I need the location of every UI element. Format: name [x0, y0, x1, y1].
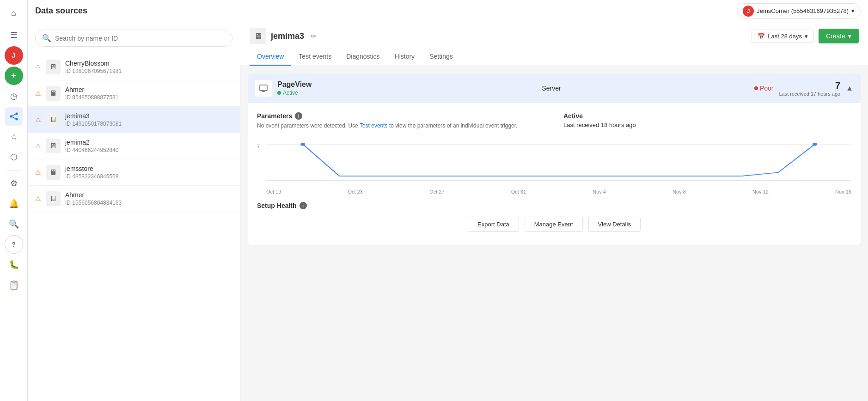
event-card-body: Parameters i No event parameters were de…	[248, 103, 861, 245]
warning-icon: ⚠	[35, 63, 41, 71]
search-container: 🔍	[28, 22, 240, 54]
event-last-received: Last received 17 hours ago	[779, 91, 840, 97]
list-item[interactable]: ⚠ 🖥 jemima2 ID 440466244952840	[28, 133, 240, 159]
date-range-button[interactable]: 📅 Last 28 days ▾	[752, 30, 814, 43]
clock-nav-item[interactable]: ◷	[5, 87, 23, 105]
tab-overview[interactable]: Overview	[250, 48, 291, 66]
warning-icon: ⚠	[35, 142, 41, 150]
svg-point-0	[10, 115, 12, 118]
tab-test-events[interactable]: Test events	[291, 48, 339, 66]
sidebar-panel: 🔍 ⚠ 🖥 CherryBlossom ID 1880067095671981 …	[28, 22, 240, 401]
list-item[interactable]: ⚠ 🖥 Ahmer ID 854850898877581	[28, 80, 240, 107]
params-info-icon[interactable]: i	[295, 112, 302, 120]
event-quality: Poor	[754, 85, 774, 92]
tab-settings[interactable]: Settings	[422, 48, 460, 66]
svg-line-3	[12, 114, 16, 116]
edit-icon[interactable]: ✏	[311, 32, 317, 41]
manage-event-button[interactable]: Manage Event	[525, 217, 583, 232]
params-column: Parameters i No event parameters were de…	[257, 112, 545, 130]
source-info: jemima2 ID 440466244952840	[65, 139, 232, 153]
calendar-icon: 📅	[758, 33, 765, 40]
add-nav-item[interactable]: +	[5, 67, 23, 85]
source-info: Ahmer ID 1556056804834163	[65, 191, 232, 206]
bug-nav-item[interactable]: 🐛	[5, 255, 23, 274]
source-name: jemima3	[65, 112, 232, 120]
svg-point-2	[15, 118, 18, 121]
create-button[interactable]: Create ▾	[819, 29, 859, 43]
svg-point-10	[813, 143, 817, 146]
setup-health-info-icon[interactable]: i	[300, 202, 307, 209]
source-info: jemima3 ID 1491050178073081	[65, 112, 232, 127]
search-input-wrap[interactable]: 🔍	[35, 30, 232, 47]
status-dot	[277, 91, 281, 95]
warning-icon: ⚠	[35, 90, 41, 97]
chart-x-label: Nov 12	[752, 189, 769, 194]
chevron-down-icon: ▾	[848, 32, 851, 40]
search-nav-item[interactable]: 🔍	[5, 215, 23, 233]
warning-icon: ⚠	[35, 116, 41, 123]
detail-header: 🖥 jemima3 ✏ 📅 Last 28 days ▾ Create ▾	[240, 22, 868, 66]
report-nav-item[interactable]: 📋	[5, 276, 23, 294]
event-card: PageView Active Server Poor 7	[248, 73, 861, 245]
chart-x-label: Nov 16	[835, 189, 851, 194]
chart-x-label: Oct 31	[511, 189, 526, 194]
active-column: Active Last received 18 hours ago	[563, 112, 851, 130]
list-item[interactable]: ⚠ 🖥 jemima3 ID 1491050178073081	[28, 107, 240, 133]
settings-nav-item[interactable]: ⚙	[5, 174, 23, 193]
source-type-icon: 🖥	[46, 112, 61, 127]
source-id: ID 1556056804834163	[65, 200, 232, 206]
quality-label: Poor	[760, 85, 774, 92]
event-card-header[interactable]: PageView Active Server Poor 7	[248, 73, 861, 103]
tab-diagnostics[interactable]: Diagnostics	[339, 48, 387, 66]
svg-rect-5	[260, 85, 267, 91]
account-name: JemsCorner (5554631697935278)	[757, 7, 849, 14]
star-nav-item[interactable]: ☆	[5, 128, 23, 146]
svg-line-4	[12, 117, 16, 119]
chevron-down-icon: ▾	[851, 7, 855, 14]
user-avatar-nav[interactable]: J	[5, 46, 23, 65]
list-item[interactable]: ⚠ 🖥 jemsstore ID 485832346845568	[28, 159, 240, 186]
chart-x-label: Oct 19	[266, 189, 281, 194]
active-value: Last received 18 hours ago	[563, 122, 851, 128]
account-badge[interactable]: J JemsCorner (5554631697935278) ▾	[737, 3, 861, 19]
event-count-number: 7	[779, 80, 840, 91]
source-type-icon: 🖥	[46, 139, 61, 153]
bell-nav-item[interactable]: 🔔	[5, 194, 23, 213]
list-item[interactable]: ⚠ 🖥 Ahmer ID 1556056804834163	[28, 186, 240, 212]
help-nav-item[interactable]: ?	[5, 235, 23, 254]
source-type-icon: 🖥	[46, 165, 61, 180]
source-name: jemsstore	[65, 165, 232, 172]
chart-x-label: Oct 23	[348, 189, 363, 194]
source-info: Ahmer ID 854850898877581	[65, 86, 232, 101]
source-name: Ahmer	[65, 86, 232, 93]
source-name: jemima2	[65, 139, 232, 146]
detail-title-left: 🖥 jemima3 ✏	[250, 28, 317, 44]
event-params-section: Parameters i No event parameters were de…	[257, 112, 851, 130]
collapse-icon[interactable]: ▲	[846, 84, 853, 92]
chart-x-label: Oct 27	[429, 189, 444, 194]
detail-source-icon: 🖥	[250, 28, 266, 44]
search-input[interactable]	[55, 35, 226, 42]
page-title: Data sources	[35, 6, 87, 16]
test-events-link[interactable]: Test events	[360, 122, 388, 129]
source-id: ID 854850898877581	[65, 94, 232, 101]
menu-nav-item[interactable]: ☰	[5, 26, 23, 44]
source-type-icon: 🖥	[46, 60, 61, 74]
action-buttons: Export Data Manage Event View Details	[257, 209, 851, 236]
chart-y-label: 7	[257, 144, 260, 149]
home-nav-item[interactable]: ⌂	[5, 4, 23, 22]
connections-nav-item[interactable]	[5, 107, 23, 126]
source-list: ⚠ 🖥 CherryBlossom ID 1880067095671981 ⚠ …	[28, 54, 240, 401]
detail-controls: 📅 Last 28 days ▾ Create ▾	[752, 29, 859, 43]
source-id: ID 1491050178073081	[65, 121, 232, 127]
list-item[interactable]: ⚠ 🖥 CherryBlossom ID 1880067095671981	[28, 54, 240, 80]
export-data-button[interactable]: Export Data	[468, 217, 519, 232]
view-details-button[interactable]: View Details	[588, 217, 641, 232]
svg-point-1	[15, 113, 18, 115]
source-id: ID 1880067095671981	[65, 68, 232, 74]
tab-history[interactable]: History	[387, 48, 422, 66]
body-layout: 🔍 ⚠ 🖥 CherryBlossom ID 1880067095671981 …	[28, 22, 868, 401]
svg-point-9	[300, 143, 305, 146]
tag-nav-item[interactable]: ⬡	[5, 148, 23, 166]
detail-body: PageView Active Server Poor 7	[240, 66, 868, 401]
